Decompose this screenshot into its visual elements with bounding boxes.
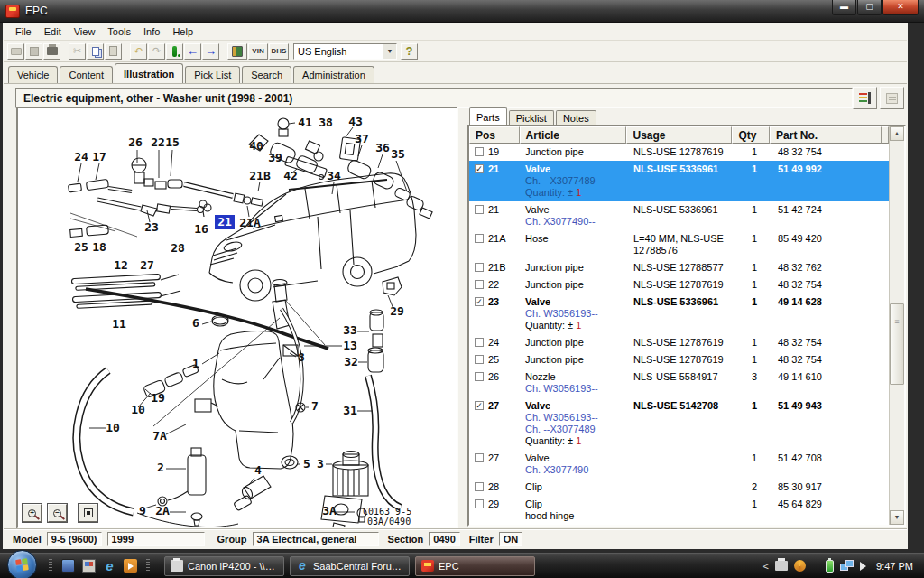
- diagram-label-24[interactable]: 24: [74, 150, 88, 163]
- table-row[interactable]: 28Clip285 30 917: [469, 479, 889, 496]
- diagram-label-29[interactable]: 29: [390, 304, 404, 318]
- row-checkbox[interactable]: [475, 453, 484, 462]
- diagram-label-7[interactable]: 7: [311, 399, 319, 413]
- start-button[interactable]: [7, 550, 37, 578]
- diagram-label-10[interactable]: 10: [131, 403, 145, 416]
- row-checkbox[interactable]: ✓: [475, 297, 484, 306]
- forward-button[interactable]: →: [202, 43, 219, 60]
- column-header-usage[interactable]: Usage: [626, 126, 732, 144]
- parts-tab-parts[interactable]: Parts: [469, 107, 507, 125]
- diagram-label-36[interactable]: 36: [375, 141, 390, 154]
- diagram-label-21[interactable]: 21: [217, 215, 232, 228]
- scroll-track[interactable]: [890, 141, 904, 510]
- menu-file[interactable]: File: [9, 24, 38, 39]
- diagram-label-2A[interactable]: 2A: [155, 504, 170, 517]
- scroll-thumb[interactable]: [890, 303, 904, 385]
- row-checkbox[interactable]: [475, 372, 484, 381]
- diagram-label-31[interactable]: 31: [343, 404, 357, 417]
- diagram-label-40[interactable]: 40: [249, 139, 263, 153]
- menu-info[interactable]: Info: [137, 24, 166, 39]
- menu-tools[interactable]: Tools: [101, 24, 137, 39]
- column-header-partno[interactable]: Part No.: [770, 126, 882, 144]
- internet-explorer-icon[interactable]: e: [103, 559, 116, 573]
- tab-administration[interactable]: Administration: [293, 66, 374, 83]
- show-desktop-icon[interactable]: [61, 559, 75, 573]
- diagram-label-21A[interactable]: 21A: [239, 216, 261, 229]
- tab-search[interactable]: Search: [242, 66, 291, 83]
- zoom-fit-button[interactable]: [79, 504, 97, 522]
- quicklaunch-handle[interactable]: [49, 559, 52, 573]
- help-button[interactable]: ?: [401, 43, 418, 60]
- table-row[interactable]: 21BJunction pipeNLS-USE 12788577148 32 7…: [469, 259, 889, 276]
- row-checkbox[interactable]: [475, 234, 484, 243]
- open-button[interactable]: [7, 43, 24, 60]
- row-checkbox[interactable]: [475, 263, 484, 272]
- tray-chevron[interactable]: <: [763, 561, 769, 572]
- network-icon[interactable]: [840, 560, 854, 572]
- back-button[interactable]: ←: [184, 43, 201, 60]
- zoom-in-button[interactable]: +: [23, 504, 42, 522]
- scroll-down-arrow[interactable]: ▼: [890, 510, 904, 525]
- diagram-label-18[interactable]: 18: [92, 240, 106, 254]
- table-row[interactable]: 29Cliphood hinge145 64 829: [469, 496, 889, 525]
- diagram-label-22[interactable]: 22: [151, 135, 165, 149]
- row-checkbox[interactable]: [475, 355, 484, 364]
- diagram-label-16[interactable]: 16: [194, 222, 208, 236]
- menu-help[interactable]: Help: [166, 24, 199, 39]
- undo-button[interactable]: ↶: [130, 43, 147, 60]
- diagram-label-41[interactable]: 41: [298, 116, 312, 129]
- volume-icon[interactable]: [860, 562, 866, 571]
- diagram-label-11[interactable]: 11: [112, 317, 126, 331]
- diagram-label-9[interactable]: 9: [139, 504, 146, 517]
- row-checkbox[interactable]: [475, 338, 484, 347]
- printer-tray-icon[interactable]: [775, 561, 788, 571]
- column-header-article[interactable]: Article: [520, 126, 627, 144]
- row-checkbox[interactable]: [475, 499, 484, 508]
- paste-button[interactable]: [105, 43, 122, 60]
- tab-pick-list[interactable]: Pick List: [185, 66, 240, 83]
- taskbar-button-epc[interactable]: EPC: [415, 556, 535, 576]
- diagram-label-17[interactable]: 17: [92, 150, 106, 163]
- diagram-label-12[interactable]: 12: [114, 258, 128, 272]
- quicklaunch-photo-icon[interactable]: [82, 559, 96, 573]
- diagram-label-21B[interactable]: 21B: [249, 169, 271, 182]
- maximize-button[interactable]: ▢: [857, 0, 882, 15]
- diagram-label-38[interactable]: 38: [319, 116, 333, 129]
- column-header-qty[interactable]: Qty: [732, 126, 770, 144]
- scroll-up-arrow[interactable]: ▲: [890, 126, 904, 141]
- save-button[interactable]: [25, 43, 42, 60]
- diagram-label-13[interactable]: 13: [343, 339, 357, 352]
- diagram-label-43[interactable]: 43: [348, 115, 363, 128]
- diagram-label-34[interactable]: 34: [327, 169, 341, 182]
- diagram-label-25[interactable]: 25: [74, 240, 88, 254]
- vin-button[interactable]: VIN: [248, 43, 268, 60]
- taskbar-button-printer[interactable]: Canon iP4200 - \\Tos...: [164, 556, 284, 576]
- status-indicator-button[interactable]: [166, 43, 183, 60]
- diagram-label-26[interactable]: 26: [128, 135, 143, 149]
- parts-tab-picklist[interactable]: Picklist: [509, 110, 554, 125]
- diagram-label-32[interactable]: 32: [344, 355, 358, 368]
- diagram-label-3[interactable]: 3: [317, 457, 324, 471]
- graphics-tray-icon[interactable]: [794, 560, 806, 572]
- diagram-label-8[interactable]: 8: [298, 350, 305, 364]
- row-checkbox[interactable]: [475, 205, 484, 214]
- diagram-label-3A[interactable]: 3A: [322, 504, 337, 517]
- diagram-label-37[interactable]: 37: [355, 132, 369, 145]
- diagram-label-35[interactable]: 35: [391, 147, 405, 161]
- column-header-pos[interactable]: Pos: [469, 126, 520, 144]
- diagram-label-4[interactable]: 4: [254, 463, 262, 477]
- diagram-label-5[interactable]: 5: [303, 457, 310, 471]
- quicklaunch-handle-right[interactable]: [146, 559, 150, 573]
- taskbar-button-ie[interactable]: eSaabCentral Forums ...: [290, 556, 410, 576]
- redo-button[interactable]: ↷: [148, 43, 165, 60]
- print-button[interactable]: [43, 43, 60, 60]
- parts-tab-notes[interactable]: Notes: [556, 110, 596, 125]
- diagram-label-23[interactable]: 23: [144, 220, 159, 234]
- dhs-button[interactable]: DHS: [269, 43, 289, 60]
- tab-vehicle[interactable]: Vehicle: [8, 66, 58, 83]
- table-row[interactable]: ✓23ValveCh. W3056193--Quantity: ± 1NLS-U…: [469, 294, 889, 334]
- row-checkbox[interactable]: ✓: [475, 401, 484, 410]
- close-button[interactable]: ✕: [882, 0, 919, 15]
- diagram-label-1[interactable]: 1: [192, 357, 199, 370]
- diagram-label-28[interactable]: 28: [171, 241, 185, 255]
